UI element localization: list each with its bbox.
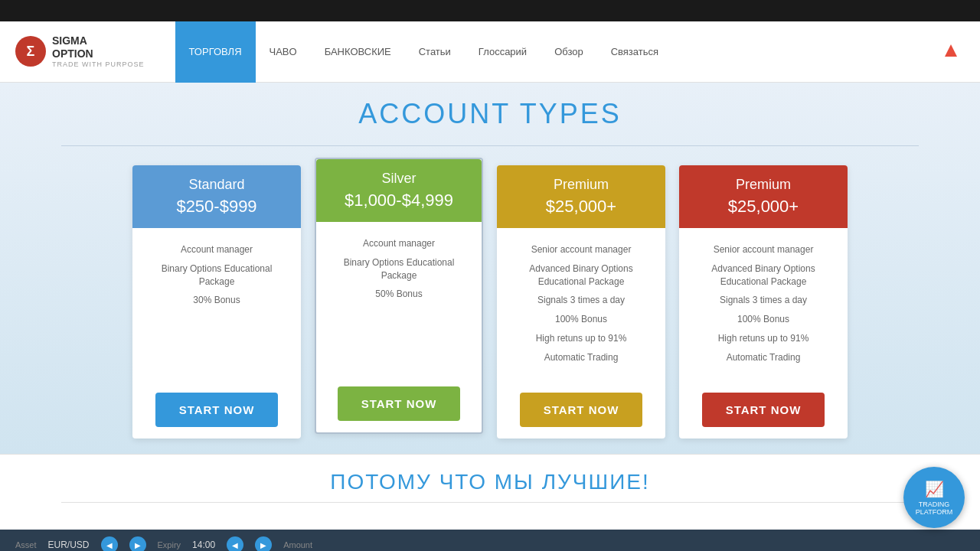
trading-badge-line1: TRADING: [919, 500, 950, 508]
nav-item-glossary[interactable]: Глоссарий: [465, 21, 541, 83]
card-premium-gold-footer: START NOW: [497, 381, 665, 439]
card-premium-gold-body: Senior account manager Advanced Binary O…: [497, 228, 665, 381]
card-premium-gold-feature-2: Advanced Binary Options Educational Pack…: [508, 262, 654, 289]
card-silver-header: Silver $1,000-$4,999: [316, 159, 482, 222]
card-silver-feature-2: Binary Options Educational Package: [328, 256, 470, 282]
main-content: ACCOUNT TYPES Standard $250-$999 Account…: [0, 83, 980, 454]
card-standard-header: Standard $250-$999: [132, 165, 301, 228]
start-now-standard[interactable]: START NOW: [155, 393, 278, 427]
card-premium-gold-feature-1: Senior account manager: [531, 243, 632, 256]
brand-tagline: TRADE WITH PURPOSE: [52, 60, 145, 69]
amount-label: Amount: [283, 540, 312, 549]
card-premium-gold-feature-3: Signals 3 times a day: [537, 294, 625, 307]
start-now-premium-red[interactable]: START NOW: [702, 393, 825, 427]
card-premium-red-price: $25,000+: [687, 197, 840, 217]
nav-item-articles[interactable]: Статьи: [405, 21, 465, 83]
page-title: ACCOUNT TYPES: [61, 98, 919, 130]
card-silver-feature-1: Account manager: [363, 237, 435, 250]
asset-value: EUR/USD: [48, 540, 90, 550]
expiry-label: Expiry: [158, 540, 181, 549]
top-bar: [0, 0, 980, 21]
card-premium-red-feature-2: Advanced Binary Options Educational Pack…: [691, 262, 836, 289]
expiry-next-btn[interactable]: ▶: [255, 536, 272, 551]
nav-item-overview[interactable]: Обзор: [541, 21, 597, 83]
start-now-premium-gold[interactable]: START NOW: [520, 393, 642, 427]
logo[interactable]: Σ SIGMAOPTION TRADE WITH PURPOSE: [15, 34, 145, 68]
card-standard-feature-2: Binary Options Educational Package: [144, 262, 289, 289]
bottom-divider: [61, 502, 919, 503]
nav-item-trading[interactable]: ТОРГОВЛЯ: [175, 21, 256, 83]
bottom-title: ПОТОМУ ЧТО МЫ ЛУЧШИЕ!: [61, 470, 919, 494]
card-premium-gold-feature-4: 100% Bonus: [555, 313, 607, 326]
bottom-section: ПОТОМУ ЧТО МЫ ЛУЧШИЕ!: [0, 454, 980, 530]
card-standard-title: Standard: [140, 177, 293, 193]
card-premium-red: Premium $25,000+ Senior account manager …: [679, 165, 848, 439]
start-now-silver[interactable]: START NOW: [338, 386, 460, 421]
card-silver: Silver $1,000-$4,999 Account manager Bin…: [315, 158, 483, 434]
card-premium-gold-title: Premium: [505, 177, 658, 193]
cards-container: Standard $250-$999 Account manager Binar…: [61, 165, 919, 439]
card-standard: Standard $250-$999 Account manager Binar…: [132, 165, 301, 439]
brand-name: SIGMAOPTION: [52, 34, 145, 60]
card-premium-red-footer: START NOW: [679, 381, 848, 439]
logo-icon: Σ: [15, 36, 46, 67]
card-silver-feature-3: 50% Bonus: [375, 288, 422, 301]
card-standard-body: Account manager Binary Options Education…: [132, 228, 301, 381]
expiry-value: 14:00: [192, 540, 215, 550]
nav-item-banking[interactable]: БАНКОВСКИЕ: [311, 21, 405, 83]
nav-item-faq[interactable]: ЧАВO: [256, 21, 311, 83]
card-premium-red-feature-3: Signals 3 times a day: [720, 294, 807, 307]
card-premium-red-feature-5: High retuns up to 91%: [718, 332, 809, 345]
card-silver-title: Silver: [324, 171, 474, 187]
card-silver-footer: START NOW: [316, 375, 482, 432]
card-premium-red-feature-1: Senior account manager: [714, 243, 814, 256]
asset-prev-btn[interactable]: ◀: [101, 536, 118, 551]
card-standard-footer: START NOW: [132, 381, 301, 439]
card-premium-red-feature-6: Automatic Trading: [727, 351, 801, 364]
asset-next-btn[interactable]: ▶: [129, 536, 146, 551]
trading-badge-line2: PLATFORM: [916, 508, 952, 516]
card-premium-gold-feature-5: High retuns up to 91%: [536, 332, 627, 345]
title-divider: [61, 145, 919, 146]
trading-badge-icon: 📈: [925, 480, 944, 498]
navbar: Σ SIGMAOPTION TRADE WITH PURPOSE ТОРГОВЛ…: [0, 21, 980, 83]
card-premium-gold-header: Premium $25,000+: [497, 165, 665, 228]
trading-platform-badge[interactable]: 📈 TRADING PLATFORM: [903, 467, 965, 528]
card-standard-feature-1: Account manager: [181, 243, 253, 256]
card-standard-price: $250-$999: [140, 197, 293, 217]
card-premium-red-header: Premium $25,000+: [679, 165, 848, 228]
card-standard-feature-3: 30% Bonus: [193, 294, 240, 307]
card-silver-price: $1,000-$4,999: [324, 191, 474, 210]
trading-bar: Asset EUR/USD ◀ ▶ Expiry 14:00 ◀ ▶ Amoun…: [0, 530, 980, 551]
card-premium-gold: Premium $25,000+ Senior account manager …: [497, 165, 665, 439]
nav-item-contact[interactable]: Связаться: [597, 21, 672, 83]
nav-items: ТОРГОВЛЯ ЧАВO БАНКОВСКИЕ Статьи Глоссари…: [175, 21, 937, 83]
asset-label: Asset: [15, 540, 37, 549]
logo-text: SIGMAOPTION TRADE WITH PURPOSE: [52, 34, 145, 68]
card-premium-gold-feature-6: Automatic Trading: [544, 351, 619, 364]
card-premium-red-feature-4: 100% Bonus: [737, 313, 789, 326]
card-premium-red-title: Premium: [687, 177, 840, 193]
card-premium-red-body: Senior account manager Advanced Binary O…: [679, 228, 848, 381]
card-premium-gold-price: $25,000+: [505, 197, 658, 217]
notification-bell[interactable]: [937, 38, 965, 66]
card-silver-body: Account manager Binary Options Education…: [316, 222, 482, 375]
expiry-prev-btn[interactable]: ◀: [227, 536, 243, 551]
